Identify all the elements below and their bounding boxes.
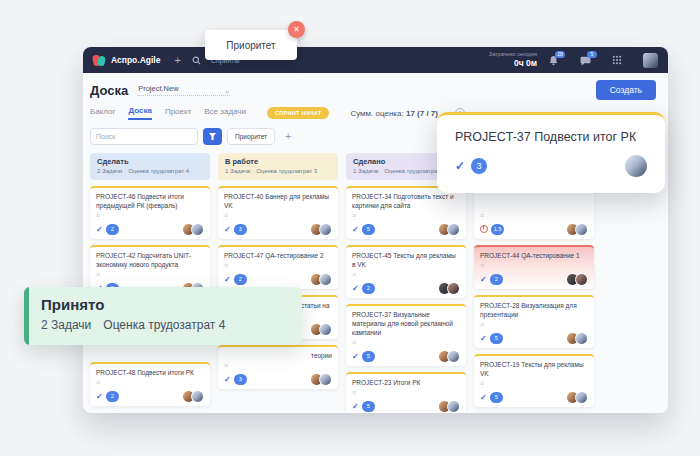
task-card[interactable]: PROJECT-45 Тексты для рекламы в VK ≡ ✓2 — [346, 245, 466, 298]
filter-funnel-button[interactable] — [203, 128, 222, 145]
accepted-estimate: Оценка трудозатрат 4 — [103, 318, 225, 332]
priority-tooltip-label: Приоритет — [226, 40, 275, 51]
estimate-badge: 2 — [106, 224, 119, 235]
check-icon: ✓ — [96, 225, 103, 234]
task-card[interactable]: PROJECT-34 Подготовить текст и картинки … — [346, 186, 466, 239]
task-title: PROJECT-28 Визуализация для презентации — [480, 301, 588, 319]
tab-project[interactable]: Проект — [165, 107, 191, 119]
apps-grid-icon[interactable] — [612, 55, 622, 65]
task-title: PROJECT-40 Баннер для рекламы VK — [224, 192, 332, 210]
column-title: В работе — [225, 157, 331, 166]
avatar — [191, 390, 204, 403]
project-selector[interactable]: Project.New ⌄ — [138, 84, 230, 96]
estimate-badge: 2 — [362, 283, 375, 294]
accepted-count: 2 Задачи — [41, 318, 91, 332]
estimate-badge: 3 — [471, 158, 487, 174]
estimate-badge: 3 — [234, 374, 247, 385]
task-card[interactable]: PROJECT-19 Тексты для рекламы VK ≡ ✓5 — [474, 354, 594, 407]
search-icon[interactable] — [192, 56, 201, 65]
messages-count-badge: 5 — [587, 51, 597, 58]
description-icon: ≡ — [96, 379, 204, 386]
preview-task-title: PROJECT-37 Подвести итог РК — [437, 115, 665, 144]
app-window: Аспро.Agile + Спринты Затрачено сегодня … — [83, 47, 668, 413]
check-icon: ✓ — [352, 284, 359, 293]
task-title: PROJECT-48 Подвести итоги РК — [96, 368, 204, 377]
description-icon: ≡ — [224, 362, 332, 369]
check-icon: ✓ — [352, 352, 359, 361]
description-icon: ≡ — [224, 262, 332, 269]
tab-backlog[interactable]: Баклог — [90, 107, 115, 119]
task-card[interactable]: PROJECT-37 Визуальные материалы для ново… — [346, 304, 466, 366]
column-count: 1 Задача — [225, 168, 250, 174]
task-card-highlighted[interactable]: PROJECT-44 QA-тестирование 1 ≡ ✓2 — [474, 245, 594, 289]
description-icon: ≡ — [352, 389, 460, 396]
estimate-badge: 2 — [234, 274, 247, 285]
column-estimate: Оценка трудозатрат — [384, 168, 440, 174]
task-card[interactable]: PROJECT-48 Подвести итоги РК ≡ ✓2 — [90, 362, 210, 406]
score-value: 17 (7 / 7) — [406, 109, 438, 118]
task-card[interactable]: теории ≡ ✓3 — [218, 345, 338, 389]
avatar — [191, 223, 204, 236]
check-icon: ✓ — [455, 159, 465, 173]
check-icon: ✓ — [224, 225, 231, 234]
estimate-badge: 5 — [362, 224, 375, 235]
task-title: теории — [224, 351, 332, 360]
check-icon: ✓ — [480, 393, 487, 402]
description-icon: ≡ — [352, 212, 460, 219]
check-icon: ✓ — [224, 375, 231, 384]
avatar — [447, 282, 460, 295]
task-card[interactable]: PROJECT-46 Подвести итоги предыдущей РК … — [90, 186, 210, 239]
description-icon: ≡ — [96, 271, 204, 278]
task-card[interactable]: PROJECT-47 QA-тестирование 2 ≡ ✓2 — [218, 245, 338, 289]
accepted-column-callout: Принято 2 ЗадачиОценка трудозатрат 4 — [24, 287, 302, 345]
create-button[interactable]: Создать — [596, 80, 656, 100]
avatar — [575, 223, 588, 236]
score-label: Сумм. оценка: — [350, 109, 403, 118]
check-icon: ✓ — [352, 402, 359, 411]
avatar — [447, 223, 460, 236]
estimate-badge: 5 — [490, 392, 503, 403]
task-card[interactable]: PROJECT-23 Итоги РК ≡ ✓5 — [346, 372, 466, 413]
column-estimate: Оценка трудозатрат 3 — [256, 168, 317, 174]
close-icon[interactable]: ✕ — [288, 21, 305, 38]
tab-all-tasks[interactable]: Все задачи — [204, 107, 246, 119]
column-header: Сделать 2 ЗадачиОценка трудозатрат 4 — [90, 153, 210, 180]
add-icon[interactable]: + — [174, 55, 180, 66]
description-icon: ≡ — [480, 212, 588, 219]
time-spent-value: 0ч 0м — [489, 58, 537, 69]
time-spent-label: Затрачено сегодня — [489, 51, 537, 58]
task-card[interactable]: PROJECT-28 Визуализация для презентации … — [474, 295, 594, 348]
tab-board[interactable]: Доска — [128, 106, 151, 120]
user-avatar[interactable] — [643, 53, 658, 68]
check-icon: ✓ — [352, 225, 359, 234]
avatar — [447, 400, 460, 413]
avatar — [575, 273, 588, 286]
check-icon: ✓ — [480, 334, 487, 343]
brand-name: Аспро.Agile — [111, 55, 160, 65]
add-filter-icon[interactable]: + — [285, 131, 291, 142]
estimate-badge: 2 — [490, 274, 503, 285]
avatar — [319, 373, 332, 386]
description-icon: ≡ — [224, 212, 332, 219]
accepted-title: Принято — [24, 287, 302, 313]
avatar — [575, 332, 588, 345]
estimate-badge: 5 — [362, 351, 375, 362]
task-title: PROJECT-46 Подвести итоги предыдущей РК … — [96, 192, 204, 210]
task-title: PROJECT-37 Визуальные материалы для ново… — [352, 310, 460, 337]
notifications-bell-icon[interactable]: 28 — [548, 55, 559, 66]
task-title: PROJECT-45 Тексты для рекламы в VK — [352, 251, 460, 269]
task-title: PROJECT-19 Тексты для рекламы VK — [480, 360, 588, 378]
column-count: 1 Задача — [353, 168, 378, 174]
task-card[interactable]: ≡ 1.5 — [474, 186, 594, 239]
column-in-progress: В работе 1 ЗадачаОценка трудозатрат 3 PR… — [218, 153, 338, 395]
check-icon: ✓ — [224, 275, 231, 284]
estimate-badge: 1.5 — [491, 224, 504, 235]
priority-filter-chip[interactable]: Приоритет — [227, 128, 275, 145]
task-card-preview[interactable]: PROJECT-37 Подвести итог РК ✓ 3 — [437, 112, 665, 193]
score-summary: Сумм. оценка: 17 (7 / 7) — [350, 109, 438, 118]
task-card[interactable]: PROJECT-40 Баннер для рекламы VK ≡ ✓3 — [218, 186, 338, 239]
avatar — [319, 273, 332, 286]
search-input[interactable] — [90, 128, 198, 145]
messages-chat-icon[interactable]: 5 — [580, 55, 591, 66]
avatar — [447, 350, 460, 363]
